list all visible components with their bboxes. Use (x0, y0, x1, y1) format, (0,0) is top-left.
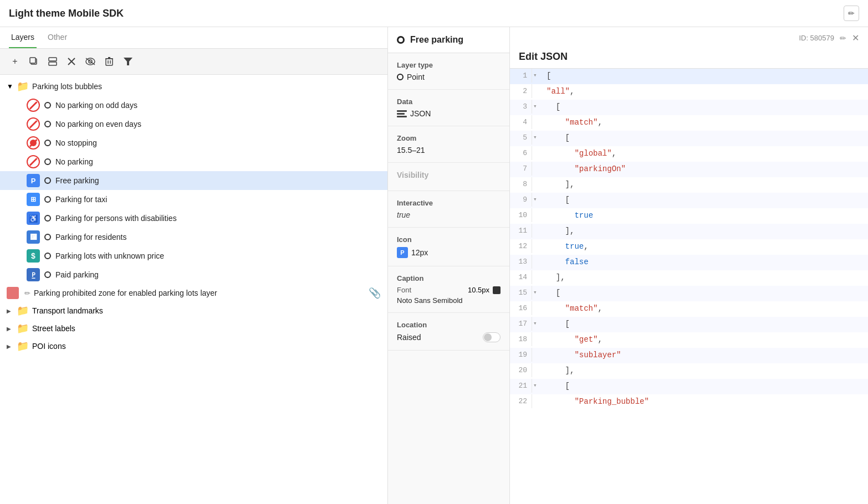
layer-name-no-stopping: No stopping (55, 138, 97, 147)
caption-color-swatch[interactable] (493, 286, 501, 294)
json-editor-content[interactable]: 1 ▾ [ 2 "all", 3 ▾ [ 4 "match", (510, 69, 868, 504)
layer-item-street-labels[interactable]: ▶ 📁 Street labels (0, 320, 387, 337)
free-parking-icon: P (27, 174, 40, 187)
layer-name-no-park-even: No parking on even days (55, 120, 141, 128)
icon-section: Icon P 12px (388, 228, 509, 266)
point-type-icon (397, 74, 404, 80)
paid-parking-icon: P̲ (27, 268, 40, 281)
layer-type-text: Point (407, 73, 425, 81)
json-line-12: 12 true, (510, 239, 868, 255)
layer-item-parking-taxi[interactable]: ⊞ Parking for taxi (0, 190, 387, 209)
json-line-22: 22 "Parking_bubble" (510, 394, 868, 410)
collapse-toggle[interactable]: ▾ (532, 69, 542, 81)
main-container: Layers Other + (0, 27, 868, 504)
point-dot (44, 234, 51, 240)
point-dot (44, 215, 51, 222)
collapse-arrow-icon: ▼ (7, 83, 13, 90)
layer-item-parking-residents[interactable]: 🅿 Parking for residents (0, 228, 387, 246)
group-label: Parking lots bubbles (32, 82, 102, 91)
duplicate-button[interactable] (25, 53, 42, 70)
folder-icon: 📁 (17, 80, 29, 92)
pin-button[interactable]: ✏ (840, 34, 846, 43)
group-button[interactable] (44, 53, 61, 70)
layer-item-poi-icons[interactable]: ▶ 📁 POI icons (0, 337, 387, 355)
location-row: Raised (397, 332, 501, 342)
location-toggle[interactable] (483, 332, 501, 342)
caption-label: Caption (397, 274, 501, 282)
zoom-label: Zoom (397, 134, 501, 142)
selected-layer-name: Free parking (410, 35, 463, 45)
icon-preview: P (397, 247, 408, 258)
json-line-13: 13 false (510, 255, 868, 270)
layer-item-no-stopping[interactable]: No stopping (0, 133, 387, 152)
folder-icon: 📁 (17, 305, 29, 317)
data-value: JSON (397, 109, 501, 118)
json-line-17: 17 ▾ [ (510, 317, 868, 332)
json-line-18: 18 "get", (510, 332, 868, 348)
point-dot (44, 140, 51, 146)
json-line-10: 10 true (510, 208, 868, 224)
layer-item-parking-prohibited[interactable]: ✏ Parking prohibited zone for enabled pa… (0, 284, 387, 302)
layer-item-parking-unknown[interactable]: $ Parking lots with unknown price (0, 246, 387, 265)
left-panel: Layers Other + (0, 27, 388, 504)
layer-type-label: Layer type (397, 61, 501, 69)
json-line-16: 16 "match", (510, 301, 868, 317)
json-icon (397, 110, 407, 117)
delete-button[interactable] (63, 53, 80, 70)
attachment-icon: 📎 (369, 287, 381, 299)
layer-item-paid-parking[interactable]: P̲ Paid parking (0, 265, 387, 284)
detail-header-bar: ID: 580579 ✏ ✕ (510, 27, 868, 43)
folder-icon: 📁 (17, 322, 29, 335)
layer-type-section: Layer type Point (388, 53, 509, 90)
layer-item-no-park-odd[interactable]: No parking on odd days (0, 96, 387, 115)
header: Light theme Mobile SDK ✏ (0, 0, 868, 27)
caption-font-name: Noto Sans Semibold (397, 296, 501, 305)
json-line-20: 20 ], (510, 363, 868, 379)
layer-item-no-park-even[interactable]: No parking on even days (0, 115, 387, 133)
point-dot (44, 102, 51, 109)
json-line-14: 14 ], (510, 270, 868, 286)
icon-size: 12px (411, 248, 428, 257)
properties-panel: Free parking Layer type Point Data JSON … (388, 27, 510, 504)
expand-arrow-icon: ▶ (7, 326, 11, 332)
line-number: 1 (510, 69, 532, 83)
layer-item-free-parking[interactable]: P Free parking (0, 171, 387, 190)
layer-group-parking-bubbles: ▼ 📁 Parking lots bubbles No parking on o… (0, 77, 387, 284)
visibility-button[interactable] (82, 53, 99, 70)
header-edit-button[interactable]: ✏ (844, 6, 859, 21)
tab-layers[interactable]: Layers (9, 27, 37, 48)
zoom-value: 15.5–21 (397, 146, 501, 155)
layer-name-transport-landmarks: Transport landmarks (32, 306, 103, 315)
visibility-section: Visibility (388, 163, 509, 191)
layer-name-parking-unknown: Parking lots with unknown price (55, 251, 164, 260)
parking-taxi-icon: ⊞ (27, 193, 40, 206)
filter-button[interactable] (120, 53, 136, 70)
layers-toolbar: + (0, 49, 387, 75)
json-editor-header: Edit JSON (510, 43, 868, 69)
group-header-parking-bubbles[interactable]: ▼ 📁 Parking lots bubbles (0, 77, 387, 96)
interactive-label: Interactive (397, 199, 501, 207)
layer-item-parking-disabled[interactable]: ♿ Parking for persons with disabilities (0, 209, 387, 228)
layer-item-transport-landmarks[interactable]: ▶ 📁 Transport landmarks (0, 302, 387, 320)
data-section: Data JSON (388, 90, 509, 126)
svg-rect-3 (49, 62, 57, 65)
json-line-6: 6 "global", (510, 146, 868, 162)
svg-rect-2 (49, 58, 57, 61)
layer-id: ID: 580579 (799, 34, 834, 42)
layer-name-no-park-odd: No parking on odd days (55, 101, 137, 110)
tab-other[interactable]: Other (45, 27, 69, 48)
no-parking-icon (27, 155, 40, 168)
json-line-1: 1 ▾ [ (510, 69, 868, 84)
layer-item-no-parking[interactable]: No parking (0, 152, 387, 171)
point-dot (44, 158, 51, 165)
trash-button[interactable] (101, 53, 118, 70)
parking-residents-icon: 🅿 (27, 230, 40, 244)
json-line-2: 2 "all", (510, 84, 868, 100)
json-line-4: 4 "match", (510, 115, 868, 131)
interactive-value: true (397, 210, 501, 219)
svg-rect-9 (106, 59, 113, 65)
close-panel-button[interactable]: ✕ (852, 33, 859, 43)
location-value: Raised (397, 333, 421, 342)
add-layer-button[interactable]: + (7, 53, 23, 70)
layer-name-free-parking: Free parking (55, 176, 99, 185)
